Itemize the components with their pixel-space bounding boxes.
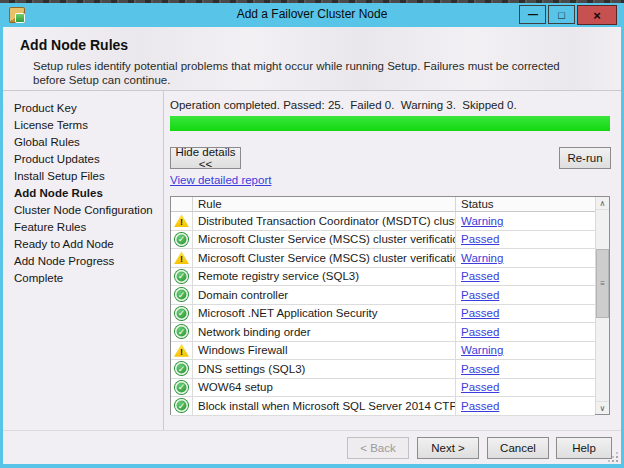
status-cell: Warning xyxy=(456,342,595,360)
scroll-down-arrow-icon[interactable]: ∨ xyxy=(596,401,609,414)
table-row[interactable]: ✓Microsoft Cluster Service (MSCS) cluste… xyxy=(171,231,595,250)
status-link[interactable]: Passed xyxy=(461,270,499,282)
page-title: Add Node Rules xyxy=(20,37,128,53)
table-header-row: Rule Status xyxy=(171,197,595,212)
titlebar[interactable]: Add a Failover Cluster Node —□× xyxy=(3,3,621,27)
passed-icon: ✓ xyxy=(175,381,188,394)
status-cell: Passed xyxy=(456,397,595,415)
screen: Add a Failover Cluster Node —□× Add Node… xyxy=(0,0,624,468)
passed-icon: ✓ xyxy=(175,325,188,338)
status-link[interactable]: Passed xyxy=(461,381,499,393)
main-panel: Operation completed. Passed: 25. Failed … xyxy=(164,91,621,430)
passed-icon: ✓ xyxy=(175,233,188,246)
back-button: < Back xyxy=(347,437,409,459)
rule-cell: Microsoft .NET Application Security xyxy=(193,305,456,323)
passed-icon: ✓ xyxy=(175,270,188,283)
status-cell: Passed xyxy=(456,360,595,378)
status-cell: Passed xyxy=(456,286,595,304)
rule-cell: Remote registry service (SQL3) xyxy=(193,268,456,286)
rule-cell: Distributed Transaction Coordinator (MSD… xyxy=(193,212,456,230)
next-button[interactable]: Next > xyxy=(417,437,479,459)
status-cell: Warning xyxy=(456,212,595,230)
table-row[interactable]: !Distributed Transaction Coordinator (MS… xyxy=(171,212,595,231)
icon-column-header xyxy=(171,197,193,211)
status-cell: Passed xyxy=(456,379,595,397)
table-row[interactable]: ✓WOW64 setupPassed xyxy=(171,379,595,398)
page-description: Setup rules identify potential problems … xyxy=(33,59,578,87)
rule-cell: DNS settings (SQL3) xyxy=(193,360,456,378)
cancel-button[interactable]: Cancel xyxy=(487,437,549,459)
status-icon-cell: ! xyxy=(171,212,193,230)
status-icon-cell: ✓ xyxy=(171,231,193,249)
rule-cell: WOW64 setup xyxy=(193,379,456,397)
table-row[interactable]: ✓Microsoft .NET Application SecurityPass… xyxy=(171,305,595,324)
passed-icon: ✓ xyxy=(175,307,188,320)
rule-cell: Network binding order xyxy=(193,323,456,341)
status-icon-cell: ✓ xyxy=(171,268,193,286)
sidebar-item-cluster-node-configuration: Cluster Node Configuration xyxy=(14,202,163,219)
status-link[interactable]: Warning xyxy=(461,252,503,264)
status-link[interactable]: Passed xyxy=(461,363,499,375)
sidebar-item-product-key: Product Key xyxy=(14,100,163,117)
rule-cell: Block install when Microsoft SQL Server … xyxy=(193,397,456,415)
window-controls: —□× xyxy=(519,5,617,25)
table-row[interactable]: ✓DNS settings (SQL3)Passed xyxy=(171,360,595,379)
rules-table-grid: Rule Status !Distributed Transaction Coo… xyxy=(171,197,595,414)
status-link[interactable]: Passed xyxy=(461,307,499,319)
sidebar-item-install-setup-files: Install Setup Files xyxy=(14,168,163,185)
status-link[interactable]: Passed xyxy=(461,233,499,245)
table-row[interactable]: !Microsoft Cluster Service (MSCS) cluste… xyxy=(171,249,595,268)
rule-cell: Microsoft Cluster Service (MSCS) cluster… xyxy=(193,249,456,267)
sidebar-item-add-node-progress: Add Node Progress xyxy=(14,253,163,270)
table-row[interactable]: ✓Network binding orderPassed xyxy=(171,323,595,342)
operation-status-text: Operation completed. Passed: 25. Failed … xyxy=(170,99,517,111)
view-detailed-report-link[interactable]: View detailed report xyxy=(170,174,271,186)
rule-cell: Domain controller xyxy=(193,286,456,304)
table-row[interactable]: ✓Domain controllerPassed xyxy=(171,286,595,305)
status-link[interactable]: Passed xyxy=(461,326,499,338)
sidebar-item-complete: Complete xyxy=(14,270,163,287)
sidebar-item-product-updates: Product Updates xyxy=(14,151,163,168)
status-icon-cell: ✓ xyxy=(171,379,193,397)
sidebar-item-ready-to-add-node: Ready to Add Node xyxy=(14,236,163,253)
status-link[interactable]: Passed xyxy=(461,400,499,412)
rule-cell: Microsoft Cluster Service (MSCS) cluster… xyxy=(193,231,456,249)
status-icon-cell: ✓ xyxy=(171,360,193,378)
table-row[interactable]: ✓Remote registry service (SQL3)Passed xyxy=(171,268,595,287)
passed-icon: ✓ xyxy=(175,288,188,301)
status-link[interactable]: Passed xyxy=(461,289,499,301)
warning-icon: ! xyxy=(174,251,189,264)
rule-cell: Windows Firewall xyxy=(193,342,456,360)
help-button[interactable]: Help xyxy=(556,437,612,459)
status-column-header: Status xyxy=(456,197,595,211)
passed-icon: ✓ xyxy=(175,399,188,412)
progress-bar-fill xyxy=(170,116,610,131)
status-link[interactable]: Warning xyxy=(461,215,503,227)
minimize-button[interactable]: — xyxy=(519,5,546,24)
footer-bar: < BackNext >CancelHelp xyxy=(3,430,621,464)
maximize-button[interactable]: □ xyxy=(548,5,575,24)
warning-icon: ! xyxy=(174,344,189,357)
vertical-scrollbar[interactable]: ∧ ≡ ∨ xyxy=(595,197,609,414)
table-row[interactable]: ✓Block install when Microsoft SQL Server… xyxy=(171,397,595,416)
hide-details-button[interactable]: Hide details << xyxy=(170,147,241,169)
close-button[interactable]: × xyxy=(577,5,617,25)
status-icon-cell: ! xyxy=(171,342,193,360)
status-link[interactable]: Warning xyxy=(461,344,503,356)
status-icon-cell: ! xyxy=(171,249,193,267)
scroll-up-arrow-icon[interactable]: ∧ xyxy=(596,197,609,210)
scrollbar-thumb[interactable]: ≡ xyxy=(596,249,609,318)
sidebar-item-add-node-rules: Add Node Rules xyxy=(14,185,163,202)
table-row[interactable]: !Windows FirewallWarning xyxy=(171,342,595,361)
sidebar-item-global-rules: Global Rules xyxy=(14,134,163,151)
status-icon-cell: ✓ xyxy=(171,323,193,341)
progress-bar xyxy=(170,116,610,131)
rerun-button[interactable]: Re-run xyxy=(559,147,611,169)
status-cell: Passed xyxy=(456,268,595,286)
resize-grip[interactable] xyxy=(616,460,618,462)
status-cell: Warning xyxy=(456,249,595,267)
status-icon-cell: ✓ xyxy=(171,397,193,415)
status-cell: Passed xyxy=(456,305,595,323)
status-icon-cell: ✓ xyxy=(171,286,193,304)
sidebar-item-license-terms: License Terms xyxy=(14,117,163,134)
